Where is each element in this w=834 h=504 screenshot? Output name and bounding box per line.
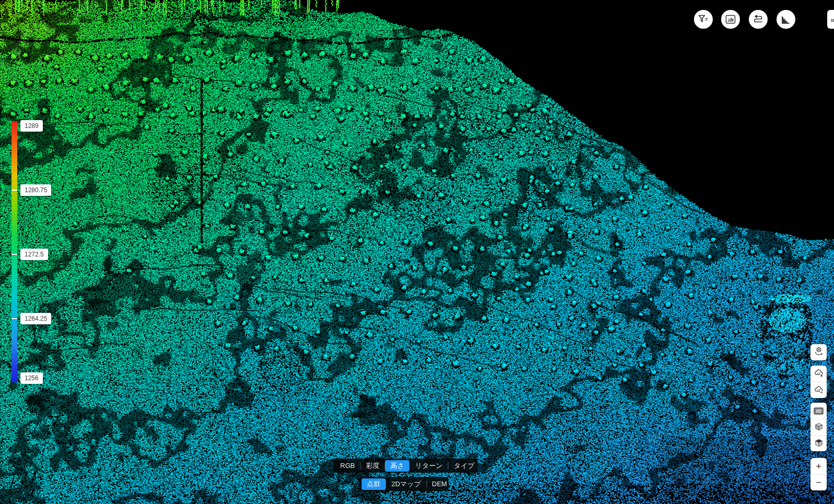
cube-bottom-view-button[interactable] (810, 435, 827, 451)
cube-dark-icon (814, 438, 824, 449)
route-icon (752, 13, 765, 26)
cloud-layer-group (810, 366, 827, 398)
toggle-2d-button[interactable]: 2D (810, 403, 827, 419)
color-mode-height[interactable]: 高さ (385, 460, 409, 472)
view-mode-dem[interactable]: DEM (427, 478, 453, 490)
zoom-in-button[interactable]: + (810, 458, 827, 474)
view-mode-pointcloud[interactable]: 点群 (362, 478, 386, 490)
legend-label: 1280.75 (20, 184, 51, 196)
legend-label-min: 1256 (20, 372, 43, 384)
view-mode-2dmap[interactable]: 2Dマップ (386, 478, 426, 490)
cube-top-view-button[interactable] (810, 419, 827, 435)
2d-badge: 2D (814, 407, 824, 415)
collapse-panel-button[interactable]: » (827, 10, 834, 29)
cloud-minus-icon (813, 384, 825, 397)
color-mode-rgb[interactable]: RGB (335, 460, 360, 472)
filter-button[interactable] (694, 10, 713, 29)
point-cloud-viewport[interactable] (0, 0, 834, 504)
colorbar-tick (11, 190, 17, 191)
cube-light-icon (814, 422, 824, 433)
measure-button[interactable] (777, 10, 795, 29)
legend-label: 1264.25 (20, 313, 51, 324)
add-point-cloud-button[interactable] (810, 366, 827, 382)
view-mode-toolbar: 点群 2Dマップ DEM (360, 477, 448, 491)
colorbar-tick (11, 318, 17, 319)
viewer-stage: 1289 1280.75 1272.5 1264.25 1256 (0, 0, 834, 504)
measure-icon (780, 13, 792, 26)
zoom-out-button[interactable]: − (810, 474, 827, 490)
elevation-histogram-icon (724, 13, 737, 26)
colorbar-tick (11, 254, 17, 255)
elevation-colorbar (11, 122, 17, 382)
legend-label-max: 1289 (20, 120, 43, 132)
orbit-group (810, 344, 827, 360)
remove-point-cloud-button[interactable] (810, 382, 827, 398)
orbit-3d-button[interactable] (810, 344, 827, 360)
color-mode-return[interactable]: リターン (410, 460, 448, 472)
orbit-cube-icon (813, 346, 825, 359)
elevation-histogram-button[interactable] (721, 10, 740, 29)
filter-icon (697, 13, 710, 26)
color-mode-type[interactable]: タイプ (448, 460, 480, 472)
zoom-group: + − (810, 458, 827, 490)
color-mode-toolbar: RGB 彩度 高さ リターン タイプ (333, 459, 477, 473)
color-mode-saturation[interactable]: 彩度 (361, 460, 385, 472)
cloud-plus-icon (813, 367, 825, 380)
view-dimension-group: 2D (810, 403, 827, 451)
route-button[interactable] (749, 10, 768, 29)
legend-label: 1272.5 (20, 249, 48, 260)
